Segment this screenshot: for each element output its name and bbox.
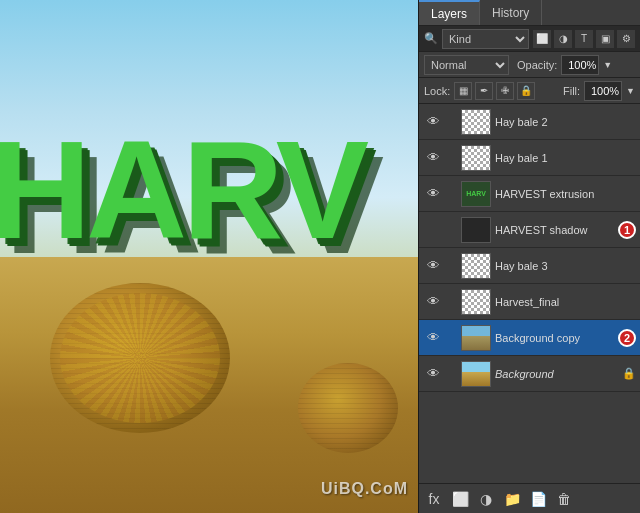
layer-visibility-hay-bale-3[interactable]: 👁 [423, 256, 443, 276]
filter-type-btn[interactable]: T [575, 30, 593, 48]
hay-bale-main [50, 283, 230, 433]
layer-adjustment-button[interactable]: ◑ [475, 488, 497, 510]
chain-icon [443, 148, 457, 168]
new-layer-button[interactable]: 📄 [527, 488, 549, 510]
layer-name-hay-bale-3: Hay bale 3 [495, 260, 636, 272]
layer-thumb-harvest-shadow [461, 217, 491, 243]
layer-item-hay-bale-1[interactable]: 👁 Hay bale 1 [419, 140, 640, 176]
layer-mask-button[interactable]: ⬜ [449, 488, 471, 510]
opacity-label: Opacity: [517, 59, 557, 71]
layer-item-background-copy[interactable]: 👁 Background copy 2 [419, 320, 640, 356]
layer-item-harvest-extrusion[interactable]: 👁 HARV HARVEST extrusion [419, 176, 640, 212]
filter-kind-dropdown[interactable]: Kind [442, 29, 529, 49]
bottom-toolbar: fx ⬜ ◑ 📁 📄 🗑 [419, 483, 640, 513]
harvest-main-text: HARV [0, 120, 364, 260]
layer-item-background[interactable]: 👁 Background 🔒 [419, 356, 640, 392]
layer-visibility-hay-bale-1[interactable]: 👁 [423, 148, 443, 168]
layer-thumb-background [461, 361, 491, 387]
layer-item-harvest-shadow[interactable]: 👁 HARVEST shadow 1 [419, 212, 640, 248]
filter-shape-btn[interactable]: ▣ [596, 30, 614, 48]
layer-thumb-hay-bale-1 [461, 145, 491, 171]
hay-bale-right [298, 363, 398, 453]
layer-item-hay-bale-3[interactable]: 👁 Hay bale 3 [419, 248, 640, 284]
chain-icon [443, 220, 457, 240]
search-icon: 🔍 [424, 32, 438, 45]
chain-icon [443, 256, 457, 276]
layer-name-background: Background [495, 368, 620, 380]
filter-adjust-btn[interactable]: ◑ [554, 30, 572, 48]
lock-draw-btn[interactable]: ✒ [475, 82, 493, 100]
lock-icons-group: ▦ ✒ ✙ 🔒 [454, 82, 535, 100]
layer-name-harvest-final: Harvest_final [495, 296, 636, 308]
layer-lock-icon: 🔒 [622, 367, 636, 380]
watermark: UiBQ.CoM [321, 480, 408, 498]
chain-icon [443, 364, 457, 384]
layer-badge-1: 1 [618, 221, 636, 239]
layer-fx-button[interactable]: fx [423, 488, 445, 510]
chain-icon [443, 112, 457, 132]
tab-history[interactable]: History [480, 0, 542, 25]
layer-name-harvest-shadow: HARVEST shadow [495, 224, 636, 236]
canvas-area: HARV HARV UiBQ.CoM [0, 0, 418, 513]
blend-mode-row: Normal Multiply Screen Overlay Opacity: … [419, 52, 640, 78]
fill-arrow: ▼ [626, 86, 635, 96]
chain-icon [443, 328, 457, 348]
layer-visibility-hay-bale-2[interactable]: 👁 [423, 112, 443, 132]
tab-layers[interactable]: Layers [419, 0, 480, 25]
delete-layer-button[interactable]: 🗑 [553, 488, 575, 510]
new-group-button[interactable]: 📁 [501, 488, 523, 510]
chain-icon [443, 184, 457, 204]
layer-visibility-background-copy[interactable]: 👁 [423, 328, 443, 348]
filter-pixel-btn[interactable]: ⬜ [533, 30, 551, 48]
layer-name-background-copy: Background copy [495, 332, 636, 344]
layer-list: 👁 Hay bale 2 👁 Hay bale 1 👁 [419, 104, 640, 483]
layer-badge-2: 2 [618, 329, 636, 347]
layer-thumb-hay-bale-3 [461, 253, 491, 279]
fill-label: Fill: [563, 85, 580, 97]
layer-visibility-harvest-final[interactable]: 👁 [423, 292, 443, 312]
layer-item-harvest-final[interactable]: 👁 Harvest_final [419, 284, 640, 320]
panel-tabs: Layers History [419, 0, 640, 26]
layer-thumb-hay-bale-2 [461, 109, 491, 135]
layer-name-hay-bale-1: Hay bale 1 [495, 152, 636, 164]
lock-row: Lock: ▦ ✒ ✙ 🔒 Fill: ▼ [419, 78, 640, 104]
layer-name-harvest-extrusion: HARVEST extrusion [495, 188, 636, 200]
fill-input[interactable] [584, 81, 622, 101]
app-container: HARV HARV UiBQ.CoM Layers History 🔍 [0, 0, 640, 513]
layer-visibility-harvest-extrusion[interactable]: 👁 [423, 184, 443, 204]
layer-thumb-harvest-final [461, 289, 491, 315]
blend-mode-dropdown[interactable]: Normal Multiply Screen Overlay [424, 55, 509, 75]
layer-item-hay-bale-2[interactable]: 👁 Hay bale 2 [419, 104, 640, 140]
filter-icons: ⬜ ◑ T ▣ ⚙ [533, 30, 635, 48]
lock-all-btn[interactable]: 🔒 [517, 82, 535, 100]
layer-thumb-harvest-extrusion: HARV [461, 181, 491, 207]
lock-label: Lock: [424, 85, 450, 97]
opacity-input[interactable] [561, 55, 599, 75]
lock-checkerboard-btn[interactable]: ▦ [454, 82, 472, 100]
opacity-arrow: ▼ [603, 60, 612, 70]
layers-panel: Layers History 🔍 Kind ⬜ ◑ T ▣ ⚙ Normal [418, 0, 640, 513]
layer-visibility-background[interactable]: 👁 [423, 364, 443, 384]
filter-bar: 🔍 Kind ⬜ ◑ T ▣ ⚙ [419, 26, 640, 52]
filter-smart-btn[interactable]: ⚙ [617, 30, 635, 48]
chain-icon [443, 292, 457, 312]
layer-thumb-background-copy [461, 325, 491, 351]
layer-visibility-harvest-shadow[interactable]: 👁 [423, 220, 443, 240]
layer-name-hay-bale-2: Hay bale 2 [495, 116, 636, 128]
lock-move-btn[interactable]: ✙ [496, 82, 514, 100]
